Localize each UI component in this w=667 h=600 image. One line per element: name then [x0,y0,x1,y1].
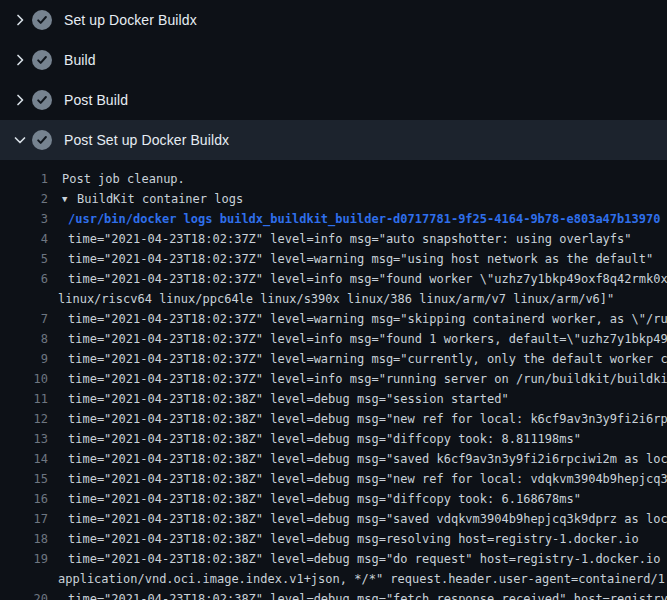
chevron-icon [12,12,28,28]
step-label: Set up Docker Buildx [64,12,197,28]
log-text: time="2021-04-23T18:02:37Z" level=info m… [68,229,632,249]
log-text: BuildKit container logs [77,189,243,209]
line-number[interactable]: 15 [0,469,50,489]
log-text: time="2021-04-23T18:02:37Z" level=info m… [68,369,667,389]
check-circle-icon [32,10,52,30]
log-text: time="2021-04-23T18:02:38Z" level=debug … [68,429,581,449]
log-line: 14 time="2021-04-23T18:02:38Z" level=deb… [0,449,667,469]
log-line: 3 /usr/bin/docker logs buildx_buildkit_b… [0,209,667,229]
check-circle-icon [32,50,52,70]
line-number[interactable]: 20 [0,589,50,600]
log-line: 13 time="2021-04-23T18:02:38Z" level=deb… [0,429,667,449]
line-number[interactable]: 13 [0,429,50,449]
log-line: linux/riscv64 linux/ppc64le linux/s390x … [0,289,667,309]
log-line: 16 time="2021-04-23T18:02:38Z" level=deb… [0,489,667,509]
log-text: time="2021-04-23T18:02:37Z" level=warnin… [68,249,653,269]
line-number[interactable]: 4 [0,229,50,249]
line-number[interactable]: 2 [0,189,50,209]
log-line: 15 time="2021-04-23T18:02:38Z" level=deb… [0,469,667,489]
actions-log-viewer: Set up Docker Buildx Build Post Build Po… [0,0,667,600]
line-number[interactable] [0,289,50,309]
log-line: 8 time="2021-04-23T18:02:37Z" level=info… [0,329,667,349]
line-number[interactable]: 18 [0,529,50,549]
line-number[interactable]: 16 [0,489,50,509]
log-line: 4 time="2021-04-23T18:02:37Z" level=info… [0,229,667,249]
line-number[interactable]: 11 [0,389,50,409]
log-text: linux/riscv64 linux/ppc64le linux/s390x … [58,289,614,309]
log-line: 18 time="2021-04-23T18:02:38Z" level=deb… [0,529,667,549]
log-lines: 1 Post job cleanup. 2 ▼ BuildKit contain… [0,160,667,600]
line-number[interactable]: 12 [0,409,50,429]
log-line: 19 time="2021-04-23T18:02:38Z" level=deb… [0,549,667,569]
chevron-icon [12,92,28,108]
log-text: time="2021-04-23T18:02:37Z" level=info m… [68,329,667,349]
log-text: time="2021-04-23T18:02:38Z" level=debug … [68,589,667,600]
line-number[interactable]: 1 [0,169,50,189]
log-text: time="2021-04-23T18:02:38Z" level=debug … [68,529,639,549]
log-line: 12 time="2021-04-23T18:02:38Z" level=deb… [0,409,667,429]
check-circle-icon [32,90,52,110]
step-row-post-set-up-docker-buildx[interactable]: Post Set up Docker Buildx [0,120,667,160]
log-text: time="2021-04-23T18:02:38Z" level=debug … [68,389,509,409]
check-circle-icon [32,130,52,150]
chevron-icon [12,132,28,148]
log-text: time="2021-04-23T18:02:38Z" level=debug … [68,469,667,489]
line-number[interactable]: 17 [0,509,50,529]
log-line: 6 time="2021-04-23T18:02:37Z" level=info… [0,269,667,289]
line-number[interactable]: 10 [0,369,50,389]
log-text: application/vnd.oci.image.index.v1+json,… [58,569,667,589]
line-number[interactable]: 6 [0,269,50,289]
step-row-build[interactable]: Build [0,40,667,80]
log-line: 20 time="2021-04-23T18:02:38Z" level=deb… [0,589,667,600]
log-text: time="2021-04-23T18:02:38Z" level=debug … [68,409,667,429]
line-number[interactable] [0,569,50,589]
log-text: Post job cleanup. [62,169,185,189]
log-line: 7 time="2021-04-23T18:02:37Z" level=warn… [0,309,667,329]
log-line: 10 time="2021-04-23T18:02:37Z" level=inf… [0,369,667,389]
line-number[interactable]: 3 [0,209,50,229]
line-number[interactable]: 9 [0,349,50,369]
line-number[interactable]: 14 [0,449,50,469]
log-text: time="2021-04-23T18:02:37Z" level=warnin… [68,309,667,329]
log-line: application/vnd.oci.image.index.v1+json,… [0,569,667,589]
line-number[interactable]: 19 [0,549,50,569]
log-line: 2 ▼ BuildKit container logs [0,189,667,209]
log-line: 17 time="2021-04-23T18:02:38Z" level=deb… [0,509,667,529]
log-text: time="2021-04-23T18:02:38Z" level=debug … [68,489,581,509]
step-label: Post Build [64,92,128,108]
line-number[interactable]: 5 [0,249,50,269]
line-number[interactable]: 8 [0,329,50,349]
log-line: 5 time="2021-04-23T18:02:37Z" level=warn… [0,249,667,269]
step-label: Post Set up Docker Buildx [64,132,229,148]
log-text: time="2021-04-23T18:02:38Z" level=debug … [68,509,667,529]
log-line: 9 time="2021-04-23T18:02:37Z" level=warn… [0,349,667,369]
log-text: time="2021-04-23T18:02:38Z" level=debug … [68,549,667,569]
chevron-icon [12,52,28,68]
log-text: time="2021-04-23T18:02:37Z" level=warnin… [68,349,667,369]
line-number[interactable]: 7 [0,309,50,329]
step-label: Build [64,52,96,68]
step-row-set-up-docker-buildx[interactable]: Set up Docker Buildx [0,0,667,40]
group-toggle-icon[interactable]: ▼ [62,189,77,209]
log-line: 11 time="2021-04-23T18:02:38Z" level=deb… [0,389,667,409]
log-text: /usr/bin/docker logs buildx_buildkit_bui… [68,209,660,229]
steps-list: Set up Docker Buildx Build Post Build Po… [0,0,667,160]
log-line: 1 Post job cleanup. [0,169,667,189]
log-text: time="2021-04-23T18:02:38Z" level=debug … [68,449,667,469]
log-text: time="2021-04-23T18:02:37Z" level=info m… [68,269,667,289]
step-row-post-build[interactable]: Post Build [0,80,667,120]
